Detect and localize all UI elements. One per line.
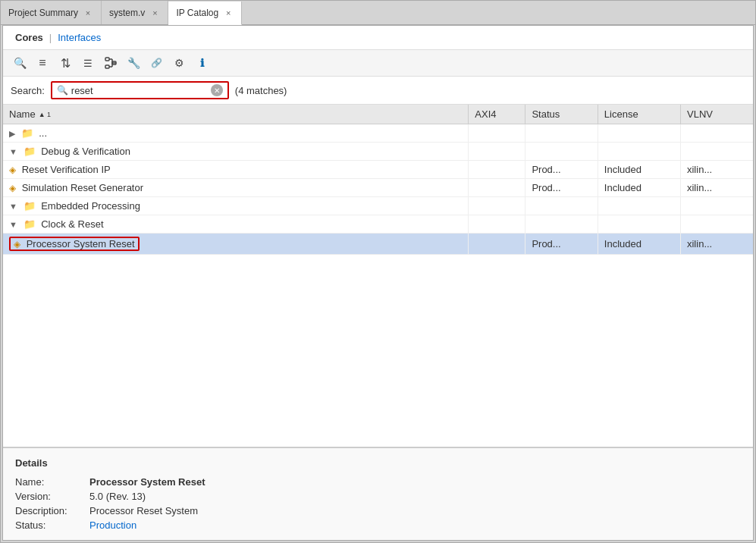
row-name-cell: ◈ Reset Verification IP — [3, 161, 469, 179]
wrench-button[interactable]: 🔧 — [123, 53, 144, 73]
tab-project-summary-label: Project Summary — [8, 8, 78, 18]
sort-asc-icon: ▲ 1 — [39, 111, 51, 118]
row-status-cell — [525, 143, 598, 161]
tab-system-v[interactable]: system.v × — [102, 1, 168, 24]
row-license-cell — [598, 215, 680, 234]
tab-ip-catalog-close[interactable]: × — [223, 8, 234, 18]
row-axi4-cell — [469, 215, 525, 234]
row-vlnv-cell — [680, 143, 753, 161]
table-row[interactable]: ▼ 📁 Clock & Reset — [3, 215, 753, 234]
table-row[interactable]: ◈ Simulation Reset Generator Prod... Inc… — [3, 179, 753, 197]
row-name-label: Embedded Processing — [41, 200, 140, 212]
chevron-icon: ▼ — [9, 220, 17, 229]
toolbar: 🔍 ≡ ⇅ ☰ 🔧 🔗 ⚙ ℹ — [3, 50, 753, 77]
table-row-selected[interactable]: ◈ Processor System Reset Prod... Include… — [3, 234, 753, 255]
row-license-cell: Included — [598, 161, 680, 179]
row-status-cell: Prod... — [525, 234, 598, 255]
link-button[interactable]: 🔗 — [146, 53, 167, 73]
ip-table: Name ▲ 1 AXI4 Status License VLNV — [3, 105, 753, 255]
row-axi4-cell — [469, 124, 525, 143]
search-label: Search: — [11, 85, 45, 96]
detail-description-value: Processor Reset System — [89, 505, 741, 516]
row-status-cell: Prod... — [525, 179, 598, 197]
row-axi4-cell — [469, 179, 525, 197]
row-axi4-cell — [469, 197, 525, 215]
detail-version-label: Version: — [15, 491, 83, 502]
row-axi4-cell — [469, 143, 525, 161]
details-grid: Name: Processor System Reset Version: 5.… — [15, 476, 741, 531]
row-name-cell: ▶ 📁 ... — [3, 124, 469, 143]
details-title: Details — [15, 457, 741, 469]
app-window: Project Summary × system.v × IP Catalog … — [0, 0, 756, 543]
row-name-cell: ▼ 📁 Embedded Processing — [3, 197, 469, 215]
row-name-label: Reset Verification IP — [22, 164, 111, 175]
tab-system-v-close[interactable]: × — [149, 8, 160, 18]
ip-icon: ◈ — [14, 239, 20, 250]
detail-status-label: Status: — [15, 519, 83, 531]
row-axi4-cell — [469, 234, 525, 255]
row-status-cell — [525, 197, 598, 215]
tab-bar: Project Summary × system.v × IP Catalog … — [1, 1, 755, 25]
folder-icon: 📁 — [24, 200, 36, 212]
folder-icon: 📁 — [21, 127, 33, 139]
col-header-vlnv[interactable]: VLNV — [680, 105, 753, 124]
row-name-label: ... — [39, 127, 47, 139]
row-vlnv-cell — [680, 197, 753, 215]
tab-ip-catalog-label: IP Catalog — [176, 8, 218, 18]
tab-project-summary[interactable]: Project Summary × — [1, 1, 102, 24]
filter-button[interactable]: ≡ — [32, 53, 53, 73]
row-vlnv-cell — [680, 124, 753, 143]
table-row[interactable]: ▼ 📁 Debug & Verification — [3, 143, 753, 161]
search-input-wrapper: 🔍 ✕ — [51, 81, 229, 99]
detail-name-label: Name: — [15, 476, 83, 488]
svg-rect-1 — [105, 65, 109, 68]
search-bar: Search: 🔍 ✕ (4 matches) — [3, 77, 753, 105]
row-axi4-cell — [469, 161, 525, 179]
row-name-label: Debug & Verification — [41, 146, 130, 157]
chevron-icon: ▼ — [9, 147, 17, 156]
search-input[interactable] — [71, 85, 208, 96]
col-header-name[interactable]: Name ▲ 1 — [3, 105, 469, 124]
search-button[interactable]: 🔍 — [9, 53, 30, 73]
detail-status-value[interactable]: Production — [89, 519, 741, 531]
row-status-cell — [525, 215, 598, 234]
table-row[interactable]: ▶ 📁 ... — [3, 124, 753, 143]
row-vlnv-cell: xilin... — [680, 234, 753, 255]
svg-rect-0 — [105, 58, 109, 61]
table-row[interactable]: ▼ 📁 Embedded Processing — [3, 197, 753, 215]
row-name-label: Clock & Reset — [41, 218, 103, 230]
gear-button[interactable]: ⚙ — [168, 53, 190, 73]
interfaces-tab[interactable]: Interfaces — [58, 32, 101, 43]
chevron-icon: ▶ — [9, 129, 15, 139]
detail-description-label: Description: — [15, 505, 83, 516]
table-row[interactable]: ◈ Reset Verification IP Prod... Included… — [3, 161, 753, 179]
view-header: Cores | Interfaces — [3, 26, 753, 50]
row-name-label: Simulation Reset Generator — [22, 182, 143, 193]
folder-icon: 📁 — [24, 218, 36, 230]
search-clear-button[interactable]: ✕ — [211, 84, 223, 96]
col-header-status[interactable]: Status — [525, 105, 598, 124]
sort-button[interactable]: ⇅ — [55, 53, 76, 73]
tab-system-v-label: system.v — [109, 8, 145, 18]
detail-version-value: 5.0 (Rev. 13) — [89, 491, 741, 502]
details-section: Details Name: Processor System Reset Ver… — [3, 447, 753, 540]
columns-button[interactable]: ☰ — [77, 53, 99, 73]
hierarchy-button[interactable] — [100, 53, 121, 73]
row-license-cell: Included — [598, 234, 680, 255]
match-count: (4 matches) — [235, 85, 287, 96]
row-vlnv-cell — [680, 215, 753, 234]
col-header-license[interactable]: License — [598, 105, 680, 124]
row-name-cell: ◈ Processor System Reset — [3, 234, 469, 255]
row-name-cell: ▼ 📁 Clock & Reset — [3, 215, 469, 234]
info-button[interactable]: ℹ — [191, 53, 212, 73]
row-name-cell: ◈ Simulation Reset Generator — [3, 179, 469, 197]
col-header-axi4[interactable]: AXI4 — [469, 105, 525, 124]
row-name-cell: ▼ 📁 Debug & Verification — [3, 143, 469, 161]
ip-icon: ◈ — [9, 183, 16, 193]
row-name-label: Processor System Reset — [27, 238, 135, 250]
tab-project-summary-close[interactable]: × — [83, 8, 93, 18]
tab-ip-catalog[interactable]: IP Catalog × — [168, 2, 242, 25]
row-status-cell: Prod... — [525, 161, 598, 179]
cores-tab[interactable]: Cores — [15, 32, 43, 43]
row-license-cell: Included — [598, 179, 680, 197]
